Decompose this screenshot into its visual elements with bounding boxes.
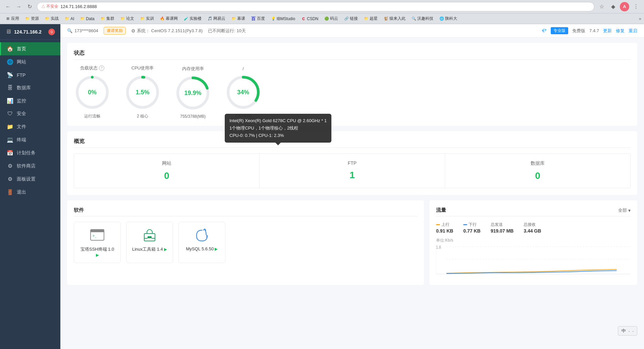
cpu-gauge: CPU使用率 1.5% 2 核心 — [124, 65, 161, 119]
data-icon: 📁 — [80, 16, 85, 21]
software-toolbox[interactable]: Linux工具箱 1.4 ▶ — [126, 222, 173, 263]
website-card-label: 网站 — [81, 160, 253, 166]
tooltip-line2: 1个物理CPU，1个物理核心，2线程 — [229, 124, 327, 132]
top-bar: 🔍 173****8604 邀请奖励 ⚙ 系统： CentOS 7.2.1511… — [60, 24, 644, 38]
ime-bar: 中 · · — [618, 326, 637, 336]
load-sub: 运行流畅 — [84, 113, 100, 119]
menu-button[interactable]: ⋮ — [631, 2, 641, 11]
sidebar-item-website[interactable]: 🌐 网站 — [0, 55, 60, 68]
sidebar-item-terminal-label: 终端 — [17, 137, 26, 143]
bookmark-ibm[interactable]: 💡 IBMStudio — [268, 15, 298, 22]
sidebar-item-security[interactable]: 🛡 安全 — [0, 107, 60, 120]
address-bar[interactable]: △ 不安全 124.71.166.2:8888 — [37, 2, 594, 11]
sidebar: 🖥 124.71.166.2 0 🏠 首页 🌐 网站 📡 FTP 🗄 数据库 — [0, 24, 60, 349]
sidebar-item-files[interactable]: 📁 文件 — [0, 120, 60, 133]
info-icon[interactable]: ? — [99, 65, 104, 71]
bookmark-lab[interactable]: 🧪 实验楼 — [181, 15, 204, 22]
notification-badge[interactable]: 0 — [48, 29, 55, 35]
overview-card-website[interactable]: 网站 0 — [74, 154, 260, 188]
bookmark-data[interactable]: 📁 Data — [77, 15, 97, 22]
traffic-filter-container: 全部 ▾ — [618, 207, 631, 213]
overview-panel: 概览 网站 0 FTP 1 数据库 0 — [67, 131, 637, 195]
memory-circle: 19.9% — [174, 74, 211, 111]
bookmark-university[interactable]: 🌐 陕科大 — [437, 15, 460, 22]
total-send-value: 919.07 MB — [491, 228, 514, 234]
cpu-tooltip: Intel(R) Xeon(R) Gold 6278C CPU @ 2.60GH… — [225, 114, 331, 143]
bookmark-woqu[interactable]: 🔍 沃趣科技 — [409, 15, 436, 22]
bookmark-chaoxing[interactable]: 📁 超星 — [361, 15, 380, 22]
bookmark-ai[interactable]: 📁 AI — [62, 15, 77, 22]
bookmark-practice[interactable]: 📁 实战 — [42, 15, 61, 22]
bookmark-link[interactable]: 🔗 链接 — [341, 15, 361, 22]
software-mysql[interactable]: MySQL 5.6.50 ▶ — [178, 222, 225, 263]
arrow-icon-3: ▶ — [214, 247, 218, 251]
sidebar-item-database[interactable]: 🗄 数据库 — [0, 82, 60, 94]
forward-button[interactable]: → — [14, 2, 23, 11]
database-icon: 🗄 — [7, 85, 13, 91]
ime-dot2: · — [632, 329, 634, 334]
upload-label: 上行 — [441, 222, 449, 228]
more-bookmarks[interactable]: » — [639, 16, 641, 21]
bookmark-baidu[interactable]: 百 百度 — [249, 15, 268, 22]
browser-nav-buttons: ← → ↻ — [3, 2, 34, 11]
top-bar-system: ⚙ 系统： CentOS 7.2.1511(Py3.7.8) — [131, 28, 203, 34]
sidebar-item-appstore[interactable]: ⚙ 软件商店 — [0, 159, 60, 172]
upload-legend: 上行 0.91 KB — [436, 222, 453, 234]
sidebar-item-terminal[interactable]: 💻 终端 — [0, 133, 60, 146]
back-button[interactable]: ← — [3, 2, 13, 11]
bottom-row: 软件 >_ 宝塔SSH终端 1.0 — [67, 200, 637, 285]
ssh-name: 宝塔SSH终端 1.0 ▶ — [79, 246, 115, 257]
bookmark-apps[interactable]: ⊞ 应用 — [3, 15, 22, 22]
traffic-panel-header: 流量 全部 ▾ — [436, 207, 631, 216]
bookmark-cluster[interactable]: 📁 集群 — [98, 15, 117, 22]
shield-icon: 🛡 — [7, 111, 13, 117]
traffic-filter-select[interactable]: 全部 — [618, 207, 627, 213]
terminal-nav-icon: 💻 — [7, 137, 13, 143]
cluster-icon: 📁 — [101, 16, 105, 21]
overview-card-ftp[interactable]: FTP 1 — [260, 154, 445, 188]
status-panel: 状态 Intel(R) Xeon(R) Gold 6278C CPU @ 2.6… — [67, 43, 637, 126]
invite-reward-button[interactable]: 邀请奖励 — [104, 27, 126, 35]
runtime-text: 已不间断运行: 10天 — [208, 28, 246, 34]
bookmark-mooc2[interactable]: 📁 幕课 — [229, 15, 248, 22]
repair-link[interactable]: 修复 — [616, 28, 625, 34]
refresh-button[interactable]: ↻ — [25, 2, 34, 11]
upload-dot — [436, 224, 440, 225]
overview-card-database[interactable]: 数据库 0 — [445, 154, 630, 188]
sidebar-item-home[interactable]: 🏠 首页 — [0, 42, 60, 55]
user-avatar[interactable]: A — [620, 2, 629, 11]
ftp-card-value: 1 — [266, 170, 438, 181]
cpu-value: 1.5% — [136, 89, 149, 96]
bookmark-resources[interactable]: 📁 资源 — [22, 15, 42, 22]
sidebar-item-monitor[interactable]: 📊 监控 — [0, 94, 60, 107]
main-content: 状态 Intel(R) Xeon(R) Gold 6278C CPU @ 2.6… — [60, 38, 644, 349]
server-name: 124.71.166.2 — [14, 29, 42, 35]
bookmark-monkey[interactable]: 🐒 猿来入此 — [381, 15, 408, 22]
software-ssh[interactable]: >_ 宝塔SSH终端 1.0 ▶ — [74, 222, 121, 263]
bookmark-paper[interactable]: 📁 论文 — [118, 15, 137, 22]
bookmark-csdn[interactable]: C CSDN — [299, 15, 321, 22]
link-icon: 🔗 — [344, 16, 349, 21]
bookmark-training[interactable]: 📁 实训 — [138, 15, 157, 22]
content-area: 🔍 173****8604 邀请奖励 ⚙ 系统： CentOS 7.2.1511… — [60, 24, 644, 349]
total-recv-label: 总接收 — [524, 222, 536, 228]
top-bar-right: 💎 专业版 免费版 7.4.7 更新 修复 重启 — [541, 27, 637, 34]
sidebar-item-database-label: 数据库 — [17, 85, 31, 91]
update-link[interactable]: 更新 — [603, 28, 612, 34]
bookmark-gitee[interactable]: 🟢 码云 — [322, 15, 341, 22]
settings-icon: ⚙ — [7, 176, 13, 182]
sidebar-item-cron[interactable]: 📅 计划任务 — [0, 146, 60, 159]
security-warning: △ 不安全 — [41, 4, 58, 9]
bookmark-mooc[interactable]: 🔥 幕课网 — [157, 15, 180, 22]
tooltip-line1: Intel(R) Xeon(R) Gold 6278C CPU @ 2.60GH… — [229, 117, 327, 124]
reboot-link[interactable]: 重启 — [629, 28, 637, 34]
tooltip-arrow — [275, 143, 281, 145]
star-button[interactable]: ☆ — [597, 2, 606, 11]
extension-button[interactable]: ◆ — [608, 2, 618, 11]
sidebar-item-ftp[interactable]: 📡 FTP — [0, 68, 60, 82]
sidebar-item-logout[interactable]: 🚪 退出 — [0, 186, 60, 199]
system-label: 系统： — [137, 28, 150, 34]
chevron-down-icon[interactable]: ▾ — [628, 208, 631, 213]
sidebar-item-settings[interactable]: ⚙ 面板设置 — [0, 172, 60, 186]
bookmark-netease[interactable]: 🎵 网易云 — [205, 15, 228, 22]
